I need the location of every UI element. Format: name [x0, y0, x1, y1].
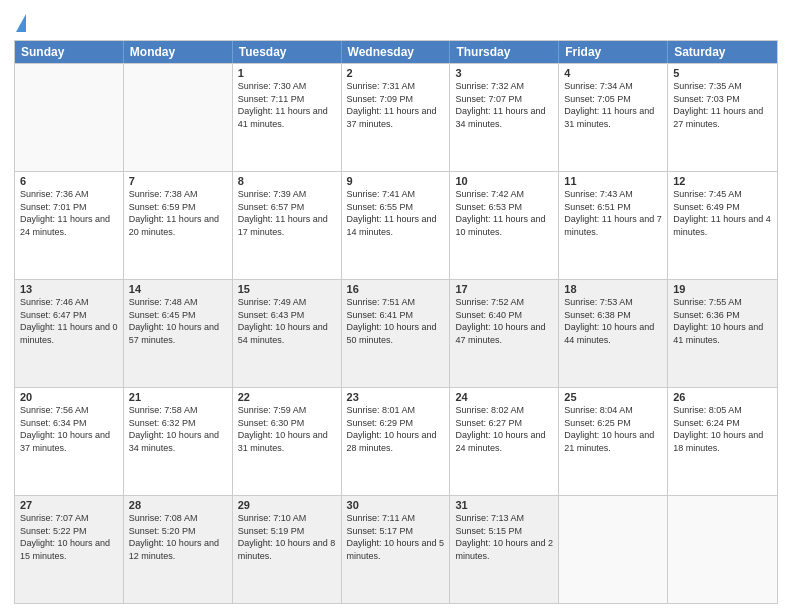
calendar-row: 1Sunrise: 7:30 AMSunset: 7:11 PMDaylight…	[15, 63, 777, 171]
calendar-cell	[124, 64, 233, 171]
header	[14, 10, 778, 34]
day-number: 24	[455, 391, 553, 403]
calendar-row: 6Sunrise: 7:36 AMSunset: 7:01 PMDaylight…	[15, 171, 777, 279]
calendar: SundayMondayTuesdayWednesdayThursdayFrid…	[14, 40, 778, 604]
calendar-cell: 5Sunrise: 7:35 AMSunset: 7:03 PMDaylight…	[668, 64, 777, 171]
logo	[14, 14, 26, 34]
calendar-cell: 2Sunrise: 7:31 AMSunset: 7:09 PMDaylight…	[342, 64, 451, 171]
day-number: 26	[673, 391, 772, 403]
calendar-cell: 8Sunrise: 7:39 AMSunset: 6:57 PMDaylight…	[233, 172, 342, 279]
cell-info: Sunrise: 8:02 AMSunset: 6:27 PMDaylight:…	[455, 404, 553, 454]
calendar-cell: 3Sunrise: 7:32 AMSunset: 7:07 PMDaylight…	[450, 64, 559, 171]
calendar-cell: 6Sunrise: 7:36 AMSunset: 7:01 PMDaylight…	[15, 172, 124, 279]
cell-info: Sunrise: 7:58 AMSunset: 6:32 PMDaylight:…	[129, 404, 227, 454]
day-number: 22	[238, 391, 336, 403]
calendar-cell: 7Sunrise: 7:38 AMSunset: 6:59 PMDaylight…	[124, 172, 233, 279]
day-number: 25	[564, 391, 662, 403]
calendar-cell: 29Sunrise: 7:10 AMSunset: 5:19 PMDayligh…	[233, 496, 342, 603]
calendar-cell: 1Sunrise: 7:30 AMSunset: 7:11 PMDaylight…	[233, 64, 342, 171]
cell-info: Sunrise: 7:38 AMSunset: 6:59 PMDaylight:…	[129, 188, 227, 238]
calendar-cell	[559, 496, 668, 603]
day-number: 12	[673, 175, 772, 187]
day-number: 29	[238, 499, 336, 511]
day-number: 9	[347, 175, 445, 187]
calendar-cell: 18Sunrise: 7:53 AMSunset: 6:38 PMDayligh…	[559, 280, 668, 387]
cell-info: Sunrise: 7:59 AMSunset: 6:30 PMDaylight:…	[238, 404, 336, 454]
header-day-friday: Friday	[559, 41, 668, 63]
header-day-monday: Monday	[124, 41, 233, 63]
cell-info: Sunrise: 7:56 AMSunset: 6:34 PMDaylight:…	[20, 404, 118, 454]
day-number: 28	[129, 499, 227, 511]
cell-info: Sunrise: 7:34 AMSunset: 7:05 PMDaylight:…	[564, 80, 662, 130]
calendar-cell: 19Sunrise: 7:55 AMSunset: 6:36 PMDayligh…	[668, 280, 777, 387]
cell-info: Sunrise: 7:42 AMSunset: 6:53 PMDaylight:…	[455, 188, 553, 238]
day-number: 15	[238, 283, 336, 295]
cell-info: Sunrise: 7:08 AMSunset: 5:20 PMDaylight:…	[129, 512, 227, 562]
calendar-row: 13Sunrise: 7:46 AMSunset: 6:47 PMDayligh…	[15, 279, 777, 387]
cell-info: Sunrise: 7:39 AMSunset: 6:57 PMDaylight:…	[238, 188, 336, 238]
cell-info: Sunrise: 7:07 AMSunset: 5:22 PMDaylight:…	[20, 512, 118, 562]
cell-info: Sunrise: 8:05 AMSunset: 6:24 PMDaylight:…	[673, 404, 772, 454]
calendar-cell	[15, 64, 124, 171]
calendar-cell: 28Sunrise: 7:08 AMSunset: 5:20 PMDayligh…	[124, 496, 233, 603]
cell-info: Sunrise: 8:01 AMSunset: 6:29 PMDaylight:…	[347, 404, 445, 454]
day-number: 19	[673, 283, 772, 295]
calendar-cell: 17Sunrise: 7:52 AMSunset: 6:40 PMDayligh…	[450, 280, 559, 387]
page: SundayMondayTuesdayWednesdayThursdayFrid…	[0, 0, 792, 612]
calendar-cell	[668, 496, 777, 603]
day-number: 13	[20, 283, 118, 295]
cell-info: Sunrise: 7:53 AMSunset: 6:38 PMDaylight:…	[564, 296, 662, 346]
calendar-cell: 22Sunrise: 7:59 AMSunset: 6:30 PMDayligh…	[233, 388, 342, 495]
cell-info: Sunrise: 7:13 AMSunset: 5:15 PMDaylight:…	[455, 512, 553, 562]
cell-info: Sunrise: 7:45 AMSunset: 6:49 PMDaylight:…	[673, 188, 772, 238]
calendar-row: 20Sunrise: 7:56 AMSunset: 6:34 PMDayligh…	[15, 387, 777, 495]
day-number: 17	[455, 283, 553, 295]
calendar-cell: 14Sunrise: 7:48 AMSunset: 6:45 PMDayligh…	[124, 280, 233, 387]
calendar-row: 27Sunrise: 7:07 AMSunset: 5:22 PMDayligh…	[15, 495, 777, 603]
calendar-header: SundayMondayTuesdayWednesdayThursdayFrid…	[15, 41, 777, 63]
calendar-cell: 23Sunrise: 8:01 AMSunset: 6:29 PMDayligh…	[342, 388, 451, 495]
calendar-cell: 25Sunrise: 8:04 AMSunset: 6:25 PMDayligh…	[559, 388, 668, 495]
day-number: 14	[129, 283, 227, 295]
cell-info: Sunrise: 7:46 AMSunset: 6:47 PMDaylight:…	[20, 296, 118, 346]
day-number: 10	[455, 175, 553, 187]
day-number: 1	[238, 67, 336, 79]
calendar-cell: 9Sunrise: 7:41 AMSunset: 6:55 PMDaylight…	[342, 172, 451, 279]
cell-info: Sunrise: 7:36 AMSunset: 7:01 PMDaylight:…	[20, 188, 118, 238]
day-number: 11	[564, 175, 662, 187]
day-number: 2	[347, 67, 445, 79]
cell-info: Sunrise: 7:41 AMSunset: 6:55 PMDaylight:…	[347, 188, 445, 238]
calendar-cell: 15Sunrise: 7:49 AMSunset: 6:43 PMDayligh…	[233, 280, 342, 387]
cell-info: Sunrise: 7:43 AMSunset: 6:51 PMDaylight:…	[564, 188, 662, 238]
cell-info: Sunrise: 7:30 AMSunset: 7:11 PMDaylight:…	[238, 80, 336, 130]
calendar-cell: 4Sunrise: 7:34 AMSunset: 7:05 PMDaylight…	[559, 64, 668, 171]
day-number: 21	[129, 391, 227, 403]
calendar-cell: 30Sunrise: 7:11 AMSunset: 5:17 PMDayligh…	[342, 496, 451, 603]
day-number: 31	[455, 499, 553, 511]
cell-info: Sunrise: 7:35 AMSunset: 7:03 PMDaylight:…	[673, 80, 772, 130]
calendar-cell: 20Sunrise: 7:56 AMSunset: 6:34 PMDayligh…	[15, 388, 124, 495]
calendar-cell: 31Sunrise: 7:13 AMSunset: 5:15 PMDayligh…	[450, 496, 559, 603]
day-number: 18	[564, 283, 662, 295]
day-number: 27	[20, 499, 118, 511]
day-number: 23	[347, 391, 445, 403]
calendar-cell: 13Sunrise: 7:46 AMSunset: 6:47 PMDayligh…	[15, 280, 124, 387]
day-number: 6	[20, 175, 118, 187]
day-number: 30	[347, 499, 445, 511]
day-number: 3	[455, 67, 553, 79]
day-number: 5	[673, 67, 772, 79]
header-day-wednesday: Wednesday	[342, 41, 451, 63]
logo-triangle-icon	[16, 14, 26, 32]
cell-info: Sunrise: 7:48 AMSunset: 6:45 PMDaylight:…	[129, 296, 227, 346]
cell-info: Sunrise: 8:04 AMSunset: 6:25 PMDaylight:…	[564, 404, 662, 454]
day-number: 16	[347, 283, 445, 295]
calendar-cell: 27Sunrise: 7:07 AMSunset: 5:22 PMDayligh…	[15, 496, 124, 603]
day-number: 4	[564, 67, 662, 79]
header-day-tuesday: Tuesday	[233, 41, 342, 63]
cell-info: Sunrise: 7:55 AMSunset: 6:36 PMDaylight:…	[673, 296, 772, 346]
cell-info: Sunrise: 7:31 AMSunset: 7:09 PMDaylight:…	[347, 80, 445, 130]
calendar-cell: 11Sunrise: 7:43 AMSunset: 6:51 PMDayligh…	[559, 172, 668, 279]
day-number: 7	[129, 175, 227, 187]
calendar-cell: 21Sunrise: 7:58 AMSunset: 6:32 PMDayligh…	[124, 388, 233, 495]
cell-info: Sunrise: 7:51 AMSunset: 6:41 PMDaylight:…	[347, 296, 445, 346]
